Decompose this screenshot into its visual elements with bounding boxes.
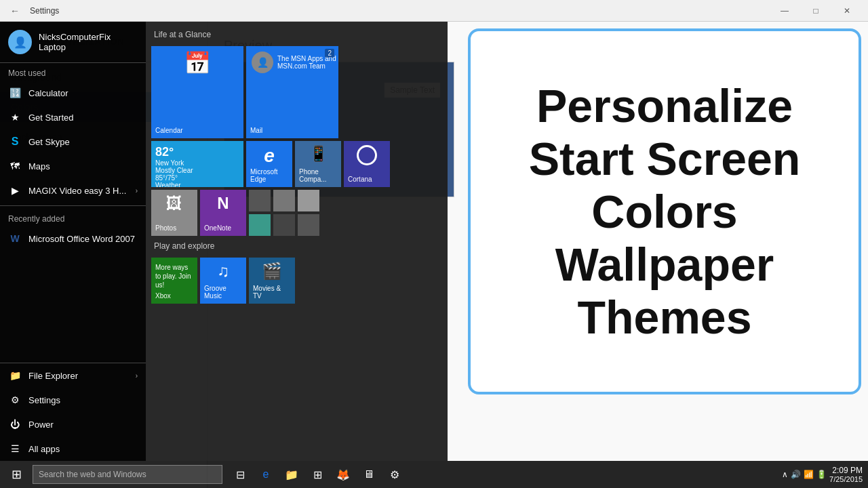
- battery-icon[interactable]: 🔋: [816, 470, 827, 479]
- bottom-items: 📁 File Explorer › ⚙ Settings ⏻ Power ☰ A…: [0, 363, 146, 461]
- tile-weather[interactable]: 82° New York Mostly Clear 85°/75° Weathe…: [151, 141, 243, 187]
- app-power-label: Power: [28, 420, 54, 430]
- app-all-apps-label: All apps: [28, 444, 60, 454]
- xbox-label: Xbox: [155, 292, 171, 300]
- back-button[interactable]: ←: [5, 1, 24, 20]
- explorer-taskbar-icon[interactable]: 📁: [279, 461, 304, 488]
- taskbar-right: ∧ 🔊 📶 🔋 2:09 PM 7/25/2015: [782, 466, 868, 483]
- app-calculator[interactable]: 🔢 Calculator: [0, 81, 146, 105]
- get-started-icon: ★: [8, 110, 22, 124]
- window-title: Settings: [30, 6, 59, 16]
- tile-more-ways[interactable]: More ways to play. Join us! Xbox: [151, 258, 197, 304]
- app-all-apps[interactable]: ☰ All apps: [0, 436, 146, 461]
- tile-edge[interactable]: e Microsoft Edge: [246, 141, 292, 187]
- all-apps-icon: ☰: [8, 442, 22, 455]
- gear-taskbar-icon[interactable]: ⚙: [382, 461, 407, 488]
- minimize-button[interactable]: —: [769, 0, 800, 22]
- tile-movies[interactable]: 🎬 Movies & TV: [249, 258, 295, 304]
- onenote-label: OneNote: [204, 224, 231, 232]
- app-power[interactable]: ⏻ Power: [0, 412, 146, 436]
- app-skype[interactable]: S Get Skype: [0, 129, 146, 154]
- swatch-teal: [249, 214, 271, 236]
- cortana-label: Cortana: [348, 176, 372, 183]
- edge-label: Microsoft Edge: [250, 168, 288, 183]
- taskbar-pinned-icons: ⊟ e 📁 ⊞ 🦊 🖥 ⚙: [228, 461, 407, 488]
- app-maps[interactable]: 🗺 Maps: [0, 154, 146, 178]
- store-taskbar-icon[interactable]: ⊞: [305, 461, 330, 488]
- swatch-dark5: [298, 214, 319, 236]
- app-settings-label: Settings: [28, 395, 60, 405]
- tile-phone[interactable]: 📱 Phone Compa...: [295, 141, 341, 187]
- app-file-explorer[interactable]: 📁 File Explorer ›: [0, 363, 146, 388]
- app-magix-label: MAGIX Video easy 3 H...: [28, 186, 126, 196]
- app-maps-label: Maps: [28, 161, 50, 171]
- avatar: 👤: [8, 30, 32, 54]
- edge-taskbar-icon[interactable]: e: [254, 461, 278, 488]
- display-taskbar-icon[interactable]: 🖥: [357, 461, 381, 488]
- title-bar-left: ← Settings: [5, 1, 59, 20]
- movies-label: Movies & TV: [253, 285, 291, 300]
- avatar-icon: 👤: [14, 36, 27, 49]
- search-placeholder: Search the web and Windows: [39, 470, 146, 479]
- system-tray: ∧ 🔊 📶 🔋: [782, 470, 827, 479]
- chevron-right-icon: ›: [136, 187, 138, 195]
- file-explorer-icon: 📁: [8, 369, 22, 382]
- app-calculator-label: Calculator: [28, 88, 68, 98]
- weather-label: Weather: [155, 182, 181, 187]
- most-used-label: Most used: [0, 63, 146, 81]
- start-menu-left: 👤 NicksComputerFix Laptop Most used 🔢 Ca…: [0, 22, 146, 461]
- recently-added-label: Recently added: [0, 209, 146, 226]
- tile-photos[interactable]: 🖼 Photos: [151, 190, 197, 236]
- phone-label: Phone Compa...: [299, 168, 337, 183]
- power-icon: ⏻: [8, 418, 22, 431]
- user-name: NicksComputerFix Laptop: [39, 32, 138, 52]
- taskbar: ⊞ Search the web and Windows ⊟ e 📁 ⊞ 🦊 🖥…: [0, 461, 868, 488]
- close-button[interactable]: ✕: [831, 0, 863, 22]
- annotation-box: PersonalizeStart ScreenColorsWallpaperTh…: [468, 28, 861, 394]
- search-bar[interactable]: Search the web and Windows: [33, 465, 222, 484]
- app-word-label: Microsoft Office Word 2007: [28, 234, 135, 244]
- swatch-dark1: [249, 190, 271, 211]
- clock-time: 2:09 PM: [829, 466, 863, 475]
- swatch-dark3: [298, 190, 319, 211]
- app-skype-label: Get Skype: [28, 137, 70, 147]
- swatch-dark2: [273, 190, 295, 211]
- window-controls: — □ ✕: [769, 0, 863, 22]
- word-icon: W: [8, 232, 22, 245]
- chevron-right-icon-2: ›: [136, 372, 138, 380]
- volume-icon[interactable]: 🔊: [791, 470, 801, 479]
- network-icon[interactable]: 📶: [804, 470, 814, 479]
- user-section: 👤 NicksComputerFix Laptop: [0, 22, 146, 63]
- divider: [0, 205, 146, 206]
- tile-onenote[interactable]: N OneNote: [200, 190, 246, 236]
- clock: 2:09 PM 7/25/2015: [829, 466, 863, 483]
- calculator-icon: 🔢: [8, 86, 22, 100]
- tile-cortana[interactable]: Cortana: [344, 141, 390, 187]
- swatch-dark4: [273, 214, 295, 236]
- photos-label: Photos: [155, 224, 176, 232]
- maximize-button[interactable]: □: [800, 0, 831, 22]
- annotation-text: PersonalizeStart ScreenColorsWallpaperTh…: [529, 79, 801, 344]
- play-explore-label: Play and explore: [151, 239, 442, 253]
- settings-icon: ⚙: [8, 393, 22, 407]
- start-icon: ⊞: [12, 467, 22, 482]
- app-get-started[interactable]: ★ Get Started: [0, 105, 146, 129]
- app-settings[interactable]: ⚙ Settings: [0, 388, 146, 412]
- app-magix[interactable]: ▶ MAGIX Video easy 3 H... ›: [0, 178, 146, 203]
- firefox-taskbar-icon[interactable]: 🦊: [331, 461, 355, 488]
- life-at-glance-label: Life at a Glance: [151, 27, 442, 42]
- app-word[interactable]: W Microsoft Office Word 2007: [0, 226, 146, 251]
- maps-icon: 🗺: [8, 159, 22, 173]
- task-view-icon[interactable]: ⊟: [228, 461, 252, 488]
- tray-expand-icon[interactable]: ∧: [782, 470, 788, 479]
- start-menu: 👤 NicksComputerFix Laptop Most used 🔢 Ca…: [0, 22, 448, 461]
- tile-groove[interactable]: ♫ Groove Music: [200, 258, 246, 304]
- tile-mail[interactable]: 👤 The MSN Apps andMSN.com Team 2 Mail: [246, 46, 338, 138]
- tile-calendar[interactable]: 📅 Calendar: [151, 46, 243, 138]
- start-button[interactable]: ⊞: [0, 461, 33, 488]
- mail-label: Mail: [250, 127, 262, 134]
- clock-date: 7/25/2015: [829, 475, 863, 483]
- calendar-label: Calendar: [155, 127, 183, 134]
- skype-icon: S: [8, 135, 22, 148]
- groove-label: Groove Music: [204, 285, 242, 300]
